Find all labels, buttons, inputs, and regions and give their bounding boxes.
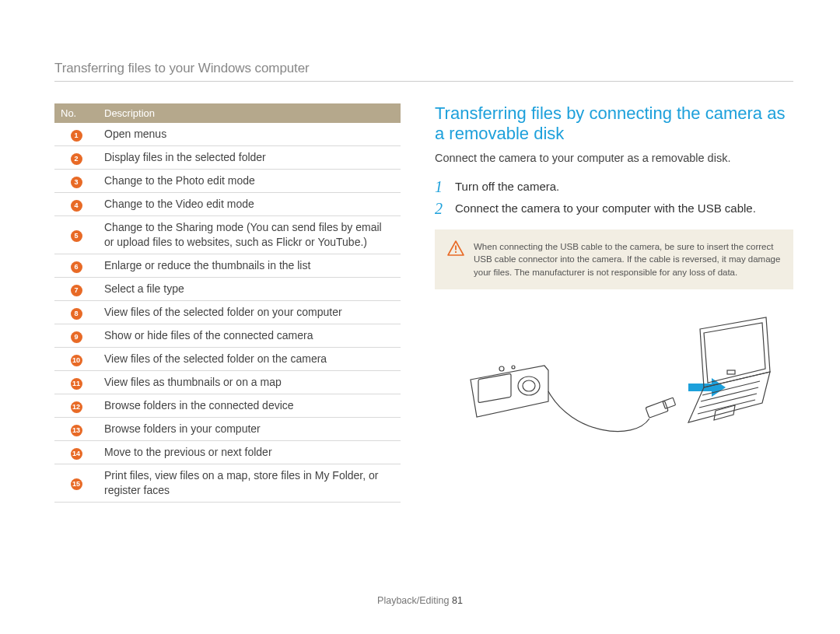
table-row: 6Enlarge or reduce the thumbnails in the… bbox=[54, 254, 401, 277]
svg-rect-2 bbox=[455, 251, 457, 253]
table-row: 13Browse folders in your computer bbox=[54, 417, 401, 440]
two-column-layout: No. Description 1Open menus 2Display fil… bbox=[54, 103, 793, 503]
table-cell-desc: Change to the Photo edit mode bbox=[98, 170, 401, 193]
table-row: 4Change to the Video edit mode bbox=[54, 193, 401, 216]
page-title: Transferring files to your Windows compu… bbox=[54, 61, 793, 76]
svg-point-6 bbox=[499, 366, 504, 371]
step-number: 1 bbox=[435, 178, 449, 195]
table-header-desc: Description bbox=[98, 103, 401, 123]
circled-number-icon: 1 bbox=[71, 130, 82, 142]
table-cell-desc: Change to the Video edit mode bbox=[98, 193, 401, 216]
svg-rect-5 bbox=[478, 373, 511, 402]
circled-number-icon: 7 bbox=[71, 285, 82, 296]
circled-number-icon: 11 bbox=[71, 378, 82, 390]
circled-number-icon: 2 bbox=[71, 153, 82, 165]
left-column: No. Description 1Open menus 2Display fil… bbox=[54, 103, 401, 503]
intro-text: Connect the camera to your computer as a… bbox=[435, 151, 793, 166]
table-row: 10View files of the selected folder on t… bbox=[54, 347, 401, 370]
circled-number-icon: 14 bbox=[71, 448, 82, 460]
table-cell-desc: Browse folders in the connected device bbox=[98, 394, 401, 417]
table-row: 2Display files in the selected folder bbox=[54, 146, 401, 170]
step-text: Connect the camera to your computer with… bbox=[455, 200, 756, 217]
description-table: No. Description 1Open menus 2Display fil… bbox=[54, 103, 401, 503]
table-cell-desc: Display files in the selected folder bbox=[98, 146, 401, 170]
table-cell-desc: View files of the selected folder on the… bbox=[98, 347, 401, 370]
page-footer: Playback/Editing 81 bbox=[0, 595, 840, 606]
caution-icon bbox=[447, 240, 464, 259]
table-row: 3Change to the Photo edit mode bbox=[54, 170, 401, 193]
circled-number-icon: 10 bbox=[71, 355, 82, 366]
svg-point-3 bbox=[518, 377, 540, 395]
table-row: 8View files of the selected folder on yo… bbox=[54, 300, 401, 324]
table-cell-desc: Show or hide files of the connected came… bbox=[98, 324, 401, 347]
steps-list: 1 Turn off the camera. 2 Connect the cam… bbox=[435, 178, 793, 217]
table-row: 11View files as thumbnails or on a map bbox=[54, 370, 401, 394]
right-column: Transferring files by connecting the cam… bbox=[435, 103, 793, 503]
circled-number-icon: 6 bbox=[71, 261, 82, 273]
manual-page: Transferring files to your Windows compu… bbox=[0, 0, 840, 634]
svg-point-7 bbox=[512, 366, 515, 369]
circled-number-icon: 12 bbox=[71, 401, 82, 413]
svg-point-4 bbox=[523, 380, 535, 391]
table-header-no: No. bbox=[54, 103, 98, 123]
table-cell-desc: View files of the selected folder on you… bbox=[98, 300, 401, 324]
circled-number-icon: 4 bbox=[71, 200, 82, 212]
circled-number-icon: 8 bbox=[71, 308, 82, 320]
table-cell-desc: Select a file type bbox=[98, 277, 401, 300]
table-cell-desc: Enlarge or reduce the thumbnails in the … bbox=[98, 254, 401, 277]
step-number: 2 bbox=[435, 200, 449, 217]
table-row: 12Browse folders in the connected device bbox=[54, 394, 401, 417]
circled-number-icon: 3 bbox=[71, 177, 82, 188]
table-row: 9Show or hide files of the connected cam… bbox=[54, 324, 401, 347]
svg-rect-9 bbox=[663, 398, 676, 408]
step-item: 2 Connect the camera to your computer wi… bbox=[435, 200, 793, 217]
title-underline bbox=[54, 81, 793, 82]
caution-box: When connecting the USB cable to the cam… bbox=[435, 229, 793, 289]
table-row: 7Select a file type bbox=[54, 277, 401, 300]
svg-rect-8 bbox=[646, 401, 668, 418]
circled-number-icon: 13 bbox=[71, 425, 82, 436]
svg-rect-10 bbox=[727, 370, 735, 374]
circled-number-icon: 9 bbox=[71, 331, 82, 343]
table-row: 14Move to the previous or next folder bbox=[54, 440, 401, 464]
table-cell-desc: Change to the Sharing mode (You can send… bbox=[98, 216, 401, 254]
step-text: Turn off the camera. bbox=[455, 178, 559, 195]
footer-page-number: 81 bbox=[452, 595, 463, 606]
table-cell-desc: Move to the previous or next folder bbox=[98, 440, 401, 464]
camera-laptop-illustration bbox=[435, 310, 793, 450]
caution-text: When connecting the USB cable to the cam… bbox=[474, 240, 781, 278]
table-cell-desc: Open menus bbox=[98, 123, 401, 146]
table-cell-desc: View files as thumbnails or on a map bbox=[98, 370, 401, 394]
table-row: 1Open menus bbox=[54, 123, 401, 146]
section-title: Transferring files by connecting the cam… bbox=[435, 103, 793, 145]
table-row: 15Print files, view files on a map, stor… bbox=[54, 464, 401, 502]
table-cell-desc: Print files, view files on a map, store … bbox=[98, 464, 401, 502]
circled-number-icon: 15 bbox=[71, 478, 82, 490]
table-row: 5Change to the Sharing mode (You can sen… bbox=[54, 216, 401, 254]
step-item: 1 Turn off the camera. bbox=[435, 178, 793, 195]
table-cell-desc: Browse folders in your computer bbox=[98, 417, 401, 440]
footer-section: Playback/Editing bbox=[377, 595, 449, 606]
svg-rect-1 bbox=[455, 246, 457, 250]
circled-number-icon: 5 bbox=[71, 230, 82, 242]
